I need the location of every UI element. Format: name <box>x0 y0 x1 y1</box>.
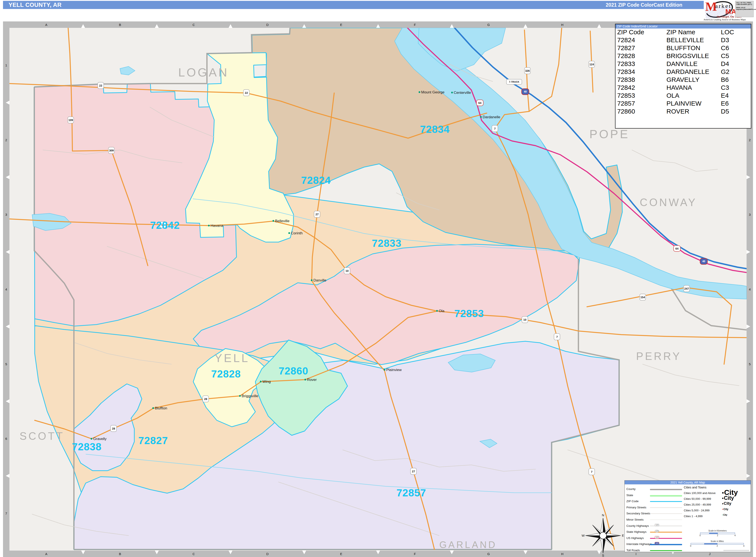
legend-city-class-label-2: Cities 25,000 - 49,999 <box>684 503 711 506</box>
legend-item-label: Minor Streets <box>627 518 643 521</box>
zip-code: 72860 <box>617 108 635 115</box>
zip-label-72860: 72860 <box>279 365 308 377</box>
svg-text:Plainview: Plainview <box>386 368 402 372</box>
svg-text:326: 326 <box>525 69 530 72</box>
county-label-yell: YELL <box>214 352 250 364</box>
grid-notch <box>450 551 454 554</box>
zip-index-row-72842: 72842HAVANAC3 <box>615 84 751 92</box>
grid-notch <box>6 325 9 328</box>
svg-text:10: 10 <box>346 269 349 272</box>
legend-box: 2021 Yell County, AR Map CountyStateZIP … <box>624 480 751 552</box>
zip-label-72838: 72838 <box>72 441 101 452</box>
zip-index-row-72853: 72853OLAE4 <box>615 92 751 100</box>
zip-index-row-72828: 72828BRIGGSVILLEC5 <box>615 52 751 60</box>
grid-notch <box>747 250 750 254</box>
us-highway-shield-64: 64 <box>673 245 680 252</box>
zip-loc: D5 <box>721 108 729 115</box>
zip-index-row-72833: 72833DANVILLED4 <box>615 60 751 68</box>
legend-item-label: ZIP Code <box>627 500 639 503</box>
compass-rose-icon: NESW <box>582 514 624 557</box>
county-label-logan: LOGAN <box>178 65 229 79</box>
zip-code: 72828 <box>617 52 635 60</box>
grid-row-6: 6 <box>5 437 7 440</box>
zip-label-72824: 72824 <box>301 175 331 186</box>
state-highway-shield-109: 109 <box>68 117 74 123</box>
scale-tick: 0 <box>690 545 691 547</box>
legend-item-chwy: County Highways123 <box>625 524 682 528</box>
interstate-highway-shield-40: 40 <box>522 89 529 95</box>
zip-index-row-72838: 72838GRAVELLYB6 <box>615 76 751 84</box>
legend-item-label: State Highways <box>627 530 646 533</box>
legend-swatch-toll <box>650 550 682 551</box>
contact-email: mapsales@MarketMAPS.com <box>736 8 753 10</box>
zip-code: 72838 <box>617 76 635 83</box>
grid-col-A: A <box>45 23 47 27</box>
zip-loc: G2 <box>721 68 729 76</box>
grid-col-B: B <box>119 552 121 556</box>
svg-text:247: 247 <box>684 287 689 290</box>
city-dot-icon <box>722 509 723 510</box>
grid-notch <box>6 250 9 254</box>
grid-notch <box>376 551 380 554</box>
grid-row-5: 5 <box>5 362 7 366</box>
svg-text:40: 40 <box>702 260 705 263</box>
scale-tick: 2 <box>717 545 718 547</box>
zip-name: OLA <box>666 92 679 99</box>
zip-index-row-72834: 72834DARDANELLEG2 <box>615 68 751 76</box>
grid-bar-left: 1234567 <box>3 22 9 557</box>
legend-city-class-label-4: Cities 1 - 4,999 <box>684 515 702 518</box>
city-dot-icon <box>722 503 723 504</box>
scale-bar <box>691 543 744 545</box>
legend-item-label: Secondary Streets <box>627 512 650 515</box>
grid-notch <box>747 399 750 403</box>
grid-notch <box>6 399 9 403</box>
city-dot-icon <box>722 498 723 499</box>
zip-loc: D4 <box>721 60 729 67</box>
county-label-perry: PERRY <box>636 350 681 362</box>
legend-item-label: US Highways <box>627 536 644 540</box>
zip-index-title: ZIP Code Index/Grid Locator <box>615 24 751 29</box>
legend-item-ihwy: Interstate Highways123 <box>625 543 682 547</box>
state-highway-shield-7: 7 <box>492 125 498 132</box>
grid-notch <box>302 551 306 554</box>
grid-col-F: F <box>414 552 416 556</box>
grid-col-A: A <box>45 552 47 556</box>
zip-name: DARDANELLE <box>666 68 709 76</box>
svg-text:124: 124 <box>589 63 594 66</box>
grid-notch <box>155 24 159 28</box>
zip-loc: C6 <box>721 45 729 52</box>
grid-row-3: 3 <box>5 213 7 216</box>
zip-label-72827: 72827 <box>138 435 168 446</box>
grid-notch <box>81 24 85 28</box>
svg-text:309: 309 <box>109 149 114 152</box>
svg-text:22: 22 <box>99 84 102 87</box>
grid-notch <box>597 24 601 28</box>
zip-label-72853: 72853 <box>454 308 484 319</box>
page-title: YELL COUNTY, AR <box>3 2 62 8</box>
compass-label-S: S <box>602 554 604 557</box>
zip-loc: E4 <box>721 92 729 99</box>
scale-bar <box>700 533 735 534</box>
legend-city-sample-4: City <box>722 514 727 516</box>
legend-city-sample-1: City <box>722 495 734 501</box>
zip-code: 72857 <box>617 100 635 107</box>
grid-row-7: 7 <box>5 511 7 515</box>
legend-city-class-label-3: Cities 5,000 - 24,999 <box>684 509 709 512</box>
legend-item-zip: ZIP Code <box>625 500 682 504</box>
county-label-conway: CONWAY <box>640 197 697 208</box>
legend-item-toll: Toll Roads <box>625 549 682 553</box>
legend-cities-header: Cities and Towns <box>684 486 706 489</box>
svg-text:7: 7 <box>556 335 558 339</box>
legend-swatch-county <box>650 489 682 490</box>
zip-code: 72833 <box>617 60 635 67</box>
svg-text:Havana: Havana <box>211 224 223 228</box>
legend-item-ushwy: US Highways123 <box>625 536 682 541</box>
grid-notch <box>6 474 9 478</box>
zip-code: 72842 <box>617 84 635 91</box>
zip-name: HAVANA <box>666 84 692 91</box>
zip-label-72834: 72834 <box>420 124 450 135</box>
svg-text:Corinth: Corinth <box>291 231 303 235</box>
city-belleville: Belleville <box>272 219 289 223</box>
grid-row-3: 3 <box>749 213 751 216</box>
zip-code: 72827 <box>617 45 635 52</box>
